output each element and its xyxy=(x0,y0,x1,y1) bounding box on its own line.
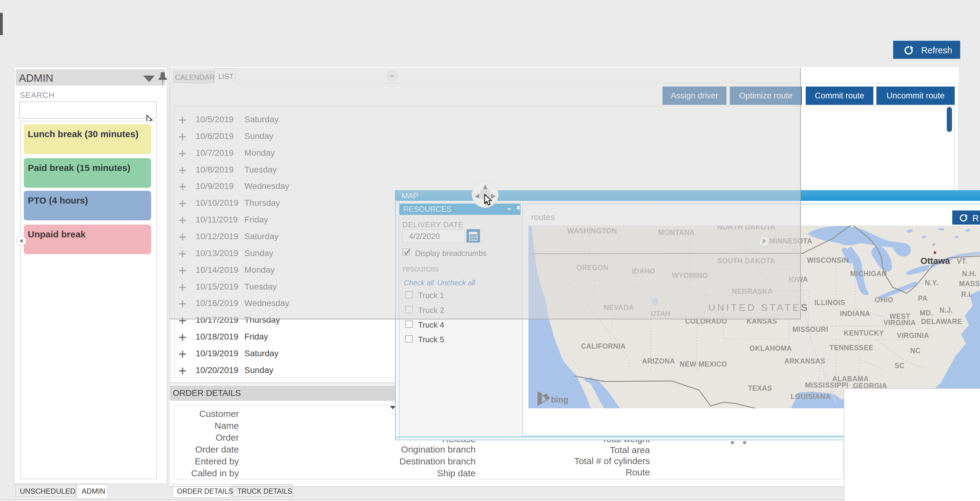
svg-text:OHIO: OHIO xyxy=(875,296,894,304)
svg-text:N.Y.: N.Y. xyxy=(925,279,938,287)
svg-text:MISSISSIPPI: MISSISSIPPI xyxy=(805,381,848,389)
svg-text:bing: bing xyxy=(551,395,568,404)
svg-text:MICHIGAN: MICHIGAN xyxy=(850,270,887,278)
svg-text:R.I.: R.I. xyxy=(961,290,973,298)
svg-text:Ottawa: Ottawa xyxy=(921,256,950,266)
svg-text:N.J.: N.J. xyxy=(939,306,953,314)
svg-text:VT.: VT. xyxy=(957,257,967,265)
svg-text:VIRGINIA: VIRGINIA xyxy=(883,319,916,327)
svg-text:OKLAHOMA: OKLAHOMA xyxy=(749,344,792,352)
svg-text:N.H.: N.H. xyxy=(962,270,977,278)
svg-text:MD.: MD. xyxy=(920,309,933,317)
svg-text:SC: SC xyxy=(895,362,905,370)
svg-text:MISSOURI: MISSOURI xyxy=(792,326,828,333)
svg-text:TEXAS: TEXAS xyxy=(748,384,772,392)
svg-text:NC: NC xyxy=(910,347,921,355)
svg-text:NEW MEXICO: NEW MEXICO xyxy=(679,360,727,368)
svg-text:INDIANA: INDIANA xyxy=(840,310,870,318)
svg-text:KENTUCKY: KENTUCKY xyxy=(844,329,884,337)
svg-text:WISCONSIN: WISCONSIN xyxy=(807,256,849,264)
svg-text:TENNESSEE: TENNESSEE xyxy=(829,344,873,351)
svg-text:MASS.: MASS. xyxy=(959,280,980,288)
svg-text:ILLINOIS: ILLINOIS xyxy=(814,299,845,307)
svg-text:LOUISIANA: LOUISIANA xyxy=(791,393,831,401)
svg-text:PA: PA xyxy=(918,294,927,302)
svg-text:CALIFORNIA: CALIFORNIA xyxy=(581,342,626,350)
svg-text:DELAWARE: DELAWARE xyxy=(921,318,962,326)
svg-text:ARKANSAS: ARKANSAS xyxy=(784,357,825,365)
svg-text:ARIZONA: ARIZONA xyxy=(642,357,675,365)
svg-text:VIRGINIA: VIRGINIA xyxy=(897,332,929,339)
